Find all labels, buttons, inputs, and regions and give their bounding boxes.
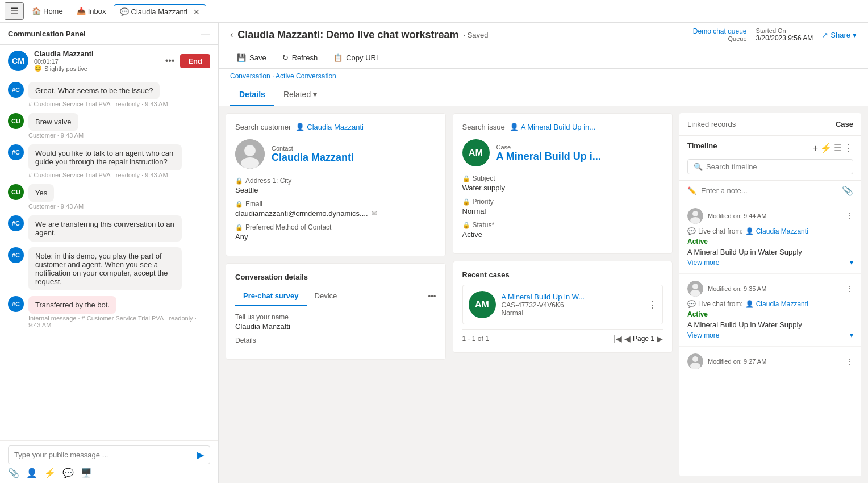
- svg-point-2: [241, 157, 259, 169]
- share-button[interactable]: ↗ Share ▾: [822, 31, 857, 39]
- recent-case-name[interactable]: A Mineral Build Up in W...: [502, 293, 642, 301]
- agent-avatar: CM: [8, 51, 28, 71]
- message-meta: Customer · 9:43 AM: [8, 203, 210, 210]
- started-info: Started On 3/20/2023 9:56 AM: [756, 27, 813, 42]
- more-timeline-button[interactable]: ⋮: [844, 143, 853, 153]
- customer-search-row: Search customer 👤 Claudia Mazzanti: [235, 123, 436, 131]
- issue-link[interactable]: 👤 A Mineral Build Up in...: [510, 123, 596, 131]
- filter-timeline-button[interactable]: ⚡: [820, 143, 832, 153]
- chat-input[interactable]: [14, 451, 197, 459]
- record-title: Claudia Mazzanti: Demo live chat workstr…: [237, 29, 458, 41]
- conv-tabs-more[interactable]: •••: [428, 287, 436, 306]
- agent-card: CM Claudia Mazzanti 00:01:17 😊 Slightly …: [0, 45, 218, 77]
- case-card: Search issue 👤 A Mineral Build Up in... …: [453, 113, 673, 254]
- contact-avatar: [235, 139, 265, 169]
- list-timeline-button[interactable]: ☰: [834, 143, 842, 153]
- chat-input-area: ▶ 📎 👤 ⚡ 💬 🖥️: [0, 440, 218, 483]
- linked-records-label: Linked records: [687, 120, 736, 128]
- contact-name[interactable]: Claudia Mazzanti: [272, 152, 354, 164]
- queue-info: Demo chat queue Queue: [693, 27, 747, 42]
- inbox-icon: 📥: [77, 7, 86, 15]
- entry-avatar-2: [687, 281, 703, 297]
- case-more-button[interactable]: ⋮: [648, 299, 657, 310]
- case-name[interactable]: A Mineral Build Up i...: [496, 151, 601, 163]
- copy-icon: 📋: [333, 53, 343, 62]
- tab-close-icon[interactable]: ✕: [193, 7, 200, 16]
- entry-desc-2: A Mineral Build Up in Water Supply: [687, 320, 853, 329]
- send-button[interactable]: ▶: [197, 449, 204, 460]
- message-group-3: #C Would you like to talk to an agent wh…: [8, 144, 210, 178]
- prev-page-button[interactable]: ◀: [624, 334, 631, 343]
- entry-more-button-1[interactable]: ⋮: [845, 211, 853, 220]
- message-bubble: We are transferring this conversation to…: [28, 215, 182, 242]
- contact-header: Contact Claudia Mazzanti: [235, 139, 436, 169]
- refresh-button[interactable]: ↻ Refresh: [276, 51, 325, 65]
- view-more-2[interactable]: View more ▾: [687, 331, 853, 339]
- save-button[interactable]: 💾 Save: [230, 51, 273, 65]
- svg-point-1: [244, 145, 256, 156]
- tab-related[interactable]: Related ▾: [274, 84, 326, 106]
- copy-url-button[interactable]: 📋 Copy URL: [327, 51, 387, 65]
- hamburger-menu[interactable]: ☰: [5, 2, 24, 20]
- email-value: claudiamazzanti@crmdemo.dynamics....: [235, 209, 368, 218]
- minimize-button[interactable]: —: [201, 28, 210, 39]
- tab-details[interactable]: Details: [230, 84, 274, 106]
- note-input[interactable]: [701, 186, 837, 195]
- customer-link[interactable]: 👤 Claudia Mazzanti: [295, 123, 364, 131]
- agent-icon[interactable]: 👤: [26, 468, 37, 478]
- case-avatar: AM: [462, 139, 490, 166]
- tab-inbox[interactable]: 📥 Inbox: [71, 5, 112, 18]
- entry-avatar-3: [687, 353, 703, 369]
- svg-point-5: [690, 217, 700, 224]
- more-options-button[interactable]: •••: [165, 56, 175, 66]
- queue-link[interactable]: Demo chat queue: [693, 27, 747, 35]
- queue-label: Queue: [693, 35, 747, 42]
- quick-reply-icon[interactable]: ⚡: [44, 468, 56, 478]
- message-meta: # Customer Service Trial PVA - readonly …: [8, 172, 210, 178]
- tab-device[interactable]: Device: [307, 287, 345, 306]
- entry-name-link-2[interactable]: Claudia Mazzanti: [756, 300, 808, 308]
- contact-icon: 👤: [295, 123, 304, 131]
- conv-details-tabs: Pre-chat survey Device •••: [235, 287, 436, 306]
- field-priority: 🔒 Priority Normal: [462, 198, 663, 215]
- next-page-button[interactable]: ▶: [657, 334, 663, 343]
- add-timeline-button[interactable]: +: [813, 143, 818, 153]
- lock-icon-5: 🔒: [462, 198, 470, 206]
- view-more-1[interactable]: View more ▾: [687, 259, 853, 267]
- contact-method-value: Any: [235, 232, 436, 241]
- chat-messages: #C Great. What seems to be the issue? # …: [0, 77, 218, 440]
- priority-value: Normal: [462, 207, 663, 215]
- entry-more-button-3[interactable]: ⋮: [845, 357, 853, 366]
- linked-records-header: Linked records Case: [679, 113, 861, 136]
- chat-icon-1: 💬: [687, 227, 696, 235]
- pagination-range: 1 - 1 of 1: [462, 335, 489, 343]
- case-search-row: Search issue 👤 A Mineral Build Up in...: [462, 123, 663, 131]
- tab-pre-chat-survey[interactable]: Pre-chat survey: [235, 287, 307, 306]
- message-row: #C Would you like to talk to an agent wh…: [8, 144, 210, 170]
- screen-icon[interactable]: 🖥️: [81, 468, 92, 478]
- entry-name-link-1[interactable]: Claudia Mazzanti: [756, 227, 808, 235]
- first-page-button[interactable]: |◀: [614, 334, 622, 343]
- lock-icon-2: 🔒: [235, 201, 243, 208]
- entry-status-2: Active: [687, 310, 708, 318]
- breadcrumb-part1[interactable]: Conversation: [230, 72, 270, 80]
- message-meta: Internal message · # Customer Service Tr…: [8, 315, 210, 328]
- search-timeline-input[interactable]: [706, 163, 831, 171]
- attach-note-button[interactable]: 📎: [842, 185, 853, 196]
- message-group-1: #C Great. What seems to be the issue? # …: [8, 82, 210, 107]
- tab-claudia[interactable]: 💬 Claudia Mazzanti ✕: [114, 4, 206, 19]
- back-button[interactable]: ‹: [230, 30, 233, 40]
- end-conversation-button[interactable]: End: [180, 54, 210, 68]
- chat-icon[interactable]: 💬: [62, 468, 74, 478]
- entry-more-button-2[interactable]: ⋮: [845, 284, 853, 293]
- tab-home[interactable]: 🏠 Home: [26, 5, 69, 18]
- customer-card: Search customer 👤 Claudia Mazzanti Conta…: [226, 113, 446, 256]
- message-bubble: Great. What seems to be the issue?: [28, 82, 160, 99]
- attach-icon[interactable]: 📎: [8, 468, 19, 478]
- message-row: #C We are transferring this conversation…: [8, 215, 210, 242]
- email-copy-icon[interactable]: ✉: [372, 209, 377, 217]
- field-subject: 🔒 Subject Water supply: [462, 174, 663, 192]
- case-label: Case: [836, 120, 853, 128]
- share-icon: ↗: [822, 31, 828, 39]
- top-bar: ☰ 🏠 Home 📥 Inbox 💬 Claudia Mazzanti ✕: [0, 0, 868, 23]
